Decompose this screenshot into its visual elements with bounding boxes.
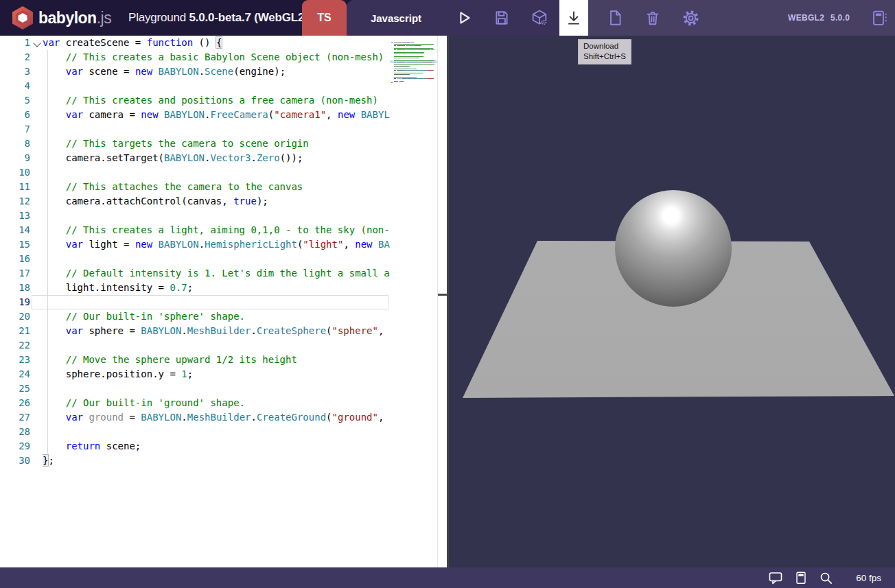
typescript-toggle-button[interactable]: TS	[302, 0, 347, 36]
playground-window: babylon.js Playground 5.0.0-beta.7 (WebG…	[0, 0, 895, 588]
code-line[interactable]: // Default intensity is 1. Let's dim the…	[43, 266, 390, 281]
code-token: scene;	[100, 440, 141, 451]
line-number: 6	[0, 108, 30, 122]
minimap-token	[399, 81, 404, 82]
code-token: // This creates a light, aiming 0,1,0 - …	[43, 224, 390, 235]
line-number: 18	[0, 281, 30, 295]
code-token: // This targets the camera to scene orig…	[43, 138, 309, 149]
save-button[interactable]	[487, 0, 517, 36]
code-token: =	[124, 412, 141, 423]
comments-button[interactable]	[767, 569, 784, 586]
code-line[interactable]: // Our built-in 'ground' shape.	[43, 396, 390, 410]
code-token: ());	[280, 152, 303, 163]
code-line[interactable]	[43, 338, 390, 353]
code-line[interactable]: camera.setTarget(BABYLON.Vector3.Zero())…	[43, 151, 390, 165]
code-token: MeshBuilder	[187, 325, 251, 336]
code-line[interactable]: // This creates a light, aiming 0,1,0 - …	[43, 223, 390, 237]
version-label: 5.0.0	[830, 0, 850, 36]
code-line[interactable]	[43, 252, 390, 266]
code-token	[43, 440, 66, 451]
code-token: BABYL	[361, 109, 390, 120]
code-editor[interactable]: 1234567891011121314151617181920212223242…	[0, 36, 447, 567]
code-line[interactable]: // This creates and positions a free cam…	[43, 93, 390, 108]
code-token	[43, 239, 66, 250]
code-line[interactable]: camera.attachControl(canvas, true);	[43, 194, 390, 209]
code-token: Scene	[205, 66, 233, 77]
code-line[interactable]	[43, 209, 390, 223]
code-token: );	[257, 196, 268, 207]
search-button[interactable]	[818, 570, 834, 586]
code-line[interactable]	[43, 79, 390, 93]
code-token: createScene =	[60, 37, 146, 48]
line-number: 28	[0, 425, 30, 439]
pane-splitter[interactable]	[438, 36, 447, 567]
code-token: ;	[187, 368, 193, 379]
code-token: sphere =	[83, 325, 141, 336]
minimap[interactable]	[390, 36, 438, 567]
code-line[interactable]: var createScene = function () {	[43, 36, 390, 50]
code-line[interactable]: light.intensity = 0.7;	[43, 281, 390, 295]
code-token: "camera1"	[274, 109, 326, 120]
line-number: 22	[0, 338, 30, 353]
splitter-grip[interactable]	[438, 294, 447, 296]
examples-book-icon	[869, 8, 888, 27]
code-token: (	[326, 412, 332, 423]
render-canvas[interactable]	[447, 36, 895, 567]
code-line[interactable]: var camera = new BABYLON.FreeCamera("cam…	[43, 108, 390, 122]
code-line[interactable]	[43, 381, 390, 396]
code-token	[159, 109, 164, 120]
minimap-token	[423, 62, 428, 63]
examples-button[interactable]	[863, 0, 894, 36]
line-number: 16	[0, 252, 30, 266]
inspector-cube-gear-icon	[530, 8, 549, 27]
code-line[interactable]: return scene;	[43, 439, 390, 454]
settings-button[interactable]	[675, 0, 706, 36]
line-number: 11	[0, 180, 30, 194]
code-line[interactable]: var light = new BABYLON.HemisphericLight…	[43, 237, 390, 252]
code-line[interactable]: var sphere = BABYLON.MeshBuilder.CreateS…	[43, 324, 390, 338]
code-token: sphere.position.y =	[43, 368, 181, 379]
code-line[interactable]	[43, 165, 390, 180]
code-line[interactable]	[43, 122, 390, 137]
code-line[interactable]: };	[43, 454, 390, 468]
code-token: new	[355, 239, 372, 250]
code-line[interactable]: // Our built-in 'sphere' shape.	[43, 309, 390, 324]
code-line[interactable]: // This attaches the camera to the canva…	[43, 180, 390, 194]
docs-button[interactable]	[793, 570, 809, 585]
code-token: "ground"	[332, 412, 378, 423]
code-lines[interactable]: var createScene = function () { // This …	[43, 36, 390, 567]
new-file-button[interactable]	[600, 0, 630, 36]
delete-button[interactable]	[638, 0, 668, 36]
language-selector[interactable]: Javascript	[362, 0, 430, 36]
code-token: ,	[326, 109, 338, 120]
code-token: var	[66, 239, 83, 250]
download-button[interactable]	[559, 0, 588, 36]
code-line[interactable]: var ground = BABYLON.MeshBuilder.CreateG…	[43, 410, 390, 425]
code-token: // This creates a basic Babylon Scene ob…	[43, 51, 384, 62]
line-number: 19	[0, 295, 30, 309]
minimap-token	[427, 78, 432, 80]
code-token: Vector3	[210, 152, 251, 163]
minimap-token	[433, 78, 434, 80]
code-line[interactable]: // This creates a basic Babylon Scene ob…	[43, 50, 390, 64]
code-line[interactable]: var scene = new BABYLON.Scene(engine);	[43, 64, 390, 79]
code-line[interactable]	[43, 295, 390, 309]
code-line[interactable]: // Move the sphere upward 1/2 its height	[43, 353, 390, 367]
code-line[interactable]: sphere.position.y = 1;	[43, 367, 390, 381]
code-token	[152, 66, 158, 77]
line-number: 8	[0, 137, 30, 151]
code-line[interactable]: // This targets the camera to scene orig…	[43, 137, 390, 151]
brand-text: babylon.js	[38, 9, 111, 27]
minimap-token	[433, 62, 434, 63]
code-token: var	[43, 37, 60, 48]
inspector-button[interactable]	[524, 0, 555, 36]
run-button[interactable]	[449, 0, 479, 36]
brand[interactable]: babylon.js	[10, 0, 111, 36]
code-line[interactable]	[43, 425, 390, 439]
fold-chevron-icon[interactable]	[33, 39, 40, 47]
code-token: var	[66, 109, 83, 120]
minimap-token	[418, 70, 427, 71]
code-token	[355, 109, 360, 120]
code-token: ,	[378, 412, 384, 423]
code-token: var	[66, 66, 83, 77]
